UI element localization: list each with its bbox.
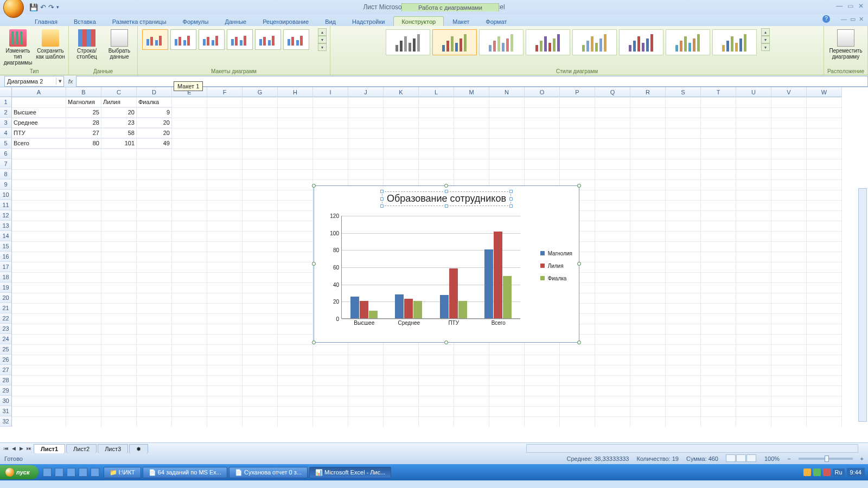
vertical-scrollbar[interactable] — [858, 188, 867, 422]
row-header[interactable]: 18 — [0, 272, 12, 282]
chart-bar[interactable] — [449, 268, 458, 318]
tab-page-layout[interactable]: Разметка страницы — [105, 17, 174, 26]
zoom-slider[interactable] — [799, 458, 853, 460]
row-header[interactable]: 1 — [0, 97, 12, 107]
cell-C5[interactable]: 101 — [101, 138, 137, 149]
chart-bar[interactable] — [458, 301, 467, 318]
name-box[interactable]: Диаграмма 2 ▾ — [4, 76, 64, 87]
resize-handle[interactable] — [444, 341, 448, 344]
new-sheet-button[interactable]: ✸ — [129, 444, 148, 454]
chart-layout-option[interactable] — [142, 29, 168, 50]
row-header[interactable]: 22 — [0, 313, 12, 324]
column-header[interactable]: Q — [595, 87, 630, 97]
column-header[interactable]: G — [242, 87, 278, 97]
cell-B3[interactable]: 28 — [66, 118, 101, 128]
chart-layout-option[interactable] — [227, 29, 253, 50]
prev-sheet-icon[interactable]: ◀ — [10, 446, 17, 451]
select-data-button[interactable]: Выбрать данные — [105, 28, 134, 60]
ql-icon[interactable] — [79, 468, 87, 477]
tab-view[interactable]: Вид — [317, 17, 343, 26]
tab-chart-design[interactable]: Конструктор — [393, 16, 444, 26]
chart-style-option[interactable] — [526, 29, 570, 55]
row-header[interactable]: 32 — [0, 416, 12, 427]
move-chart-button[interactable]: Переместить диаграмму — [831, 28, 860, 60]
column-header[interactable]: F — [207, 87, 242, 97]
row-header[interactable]: 27 — [0, 365, 12, 375]
wb-close-icon[interactable]: ✕ — [859, 16, 864, 23]
change-chart-type-button[interactable]: Изменить тип диаграммы — [3, 28, 33, 66]
resize-handle[interactable] — [312, 262, 316, 266]
legend-item[interactable]: Фиалка — [540, 273, 572, 283]
cell-B4[interactable]: 27 — [66, 128, 101, 138]
chart-bar[interactable] — [350, 297, 359, 318]
chart-style-option[interactable] — [479, 29, 524, 55]
worksheet-grid[interactable]: ABCDEFGHIJKLMNOPQRSTUVW 1234567891011121… — [0, 87, 868, 442]
cell-D2[interactable]: 9 — [137, 107, 172, 118]
select-all-corner[interactable] — [0, 87, 12, 97]
namebox-dropdown-icon[interactable]: ▾ — [56, 78, 63, 85]
gallery-down-icon[interactable]: ▾ — [318, 36, 327, 43]
column-header[interactable]: A — [12, 87, 66, 97]
chart-style-option[interactable] — [386, 29, 430, 55]
undo-icon[interactable]: ↶ — [40, 3, 46, 11]
cell-B5[interactable]: 80 — [66, 138, 101, 149]
chart-layout-option[interactable] — [199, 29, 225, 50]
wb-minimize-icon[interactable]: — — [841, 16, 847, 23]
taskbar-item[interactable]: 📄 64 заданий по MS Ex... — [143, 467, 227, 478]
tray-icon[interactable] — [803, 468, 811, 476]
row-header[interactable]: 7 — [0, 159, 12, 169]
zoom-out-icon[interactable]: − — [787, 455, 790, 462]
row-header[interactable]: 30 — [0, 396, 12, 406]
next-sheet-icon[interactable]: ▶ — [17, 446, 25, 451]
chart-bar[interactable] — [440, 295, 449, 318]
tab-chart-layout[interactable]: Макет — [445, 17, 477, 26]
chart-styles-gallery[interactable] — [385, 28, 758, 56]
row-header[interactable]: 8 — [0, 169, 12, 179]
chart-style-option[interactable] — [619, 29, 663, 55]
tab-addins[interactable]: Надстройки — [344, 17, 392, 26]
column-header[interactable]: P — [560, 87, 595, 97]
taskbar-item[interactable]: 📄 Суханова отчет 0 з... — [229, 467, 308, 478]
column-header[interactable]: W — [807, 87, 842, 97]
column-header[interactable]: I — [313, 87, 348, 97]
language-indicator[interactable]: Ru — [833, 468, 845, 476]
chart-style-option[interactable] — [666, 29, 710, 55]
chart-title[interactable]: Образование сотрудников — [382, 191, 511, 206]
row-header[interactable]: 6 — [0, 149, 12, 159]
horizontal-scrollbar[interactable] — [526, 444, 858, 453]
column-header[interactable]: T — [701, 87, 736, 97]
resize-handle[interactable] — [577, 262, 581, 266]
chart-layout-option[interactable] — [255, 29, 281, 50]
cell-B2[interactable]: 25 — [66, 107, 101, 118]
wb-restore-icon[interactable]: ▭ — [850, 16, 856, 23]
column-header[interactable]: J — [348, 87, 384, 97]
row-header[interactable]: 2 — [0, 107, 12, 118]
chart-bar[interactable] — [413, 301, 422, 318]
chart-bar[interactable] — [360, 301, 368, 318]
chart-bar[interactable] — [395, 294, 404, 318]
cell-D4[interactable]: 20 — [137, 128, 172, 138]
legend-item[interactable]: Лилия — [540, 261, 572, 271]
cell-C3[interactable]: 23 — [101, 118, 137, 128]
tab-review[interactable]: Рецензирование — [255, 17, 316, 26]
cell-A5[interactable]: Всего — [12, 138, 66, 149]
redo-icon[interactable]: ↷ — [48, 3, 54, 11]
cell-D3[interactable]: 20 — [137, 118, 172, 128]
resize-handle[interactable] — [444, 184, 448, 188]
chart-layouts-gallery[interactable] — [141, 28, 315, 51]
styles-down-icon[interactable]: ▾ — [761, 36, 770, 43]
row-header[interactable]: 26 — [0, 355, 12, 365]
row-header[interactable]: 31 — [0, 406, 12, 416]
row-header[interactable]: 16 — [0, 252, 12, 262]
row-header[interactable]: 10 — [0, 190, 12, 200]
chart-layout-option[interactable] — [170, 29, 196, 50]
chart-style-option[interactable] — [432, 29, 477, 55]
tab-chart-format[interactable]: Формат — [478, 17, 514, 26]
cell-C1[interactable]: Лилия — [101, 97, 137, 107]
clock[interactable]: 9:44 — [847, 468, 865, 477]
chart-style-option[interactable] — [712, 29, 757, 55]
chart-legend[interactable]: МагнолияЛилияФиалка — [540, 246, 572, 286]
column-header[interactable]: N — [489, 87, 525, 97]
column-header[interactable]: B — [66, 87, 101, 97]
row-header[interactable]: 9 — [0, 179, 12, 190]
